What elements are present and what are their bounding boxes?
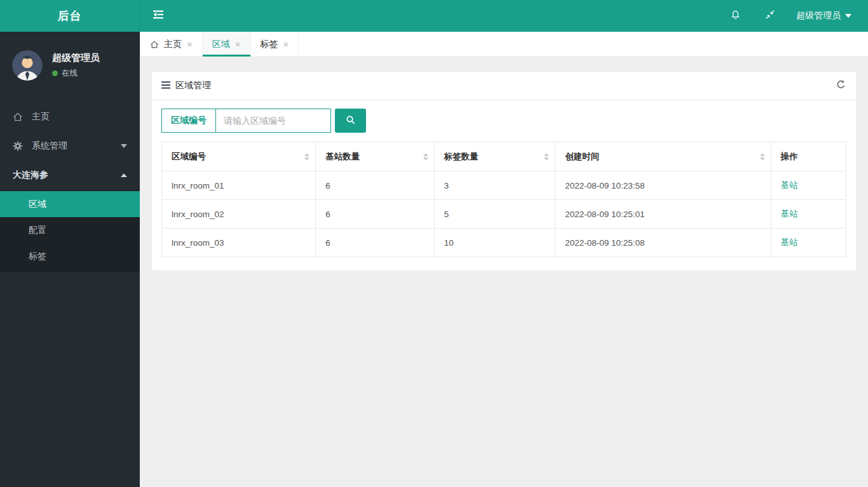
cell-area: lnrx_room_03	[162, 229, 316, 257]
sort-icon	[304, 153, 309, 161]
column-label: 创建时间	[565, 152, 599, 161]
cell-created: 2022-08-09 10:23:58	[555, 171, 771, 200]
profile-status: 在线	[52, 68, 100, 79]
sidebar-item-label: 主页	[32, 111, 50, 123]
cell-created: 2022-08-09 10:25:01	[555, 200, 771, 229]
caret-up-icon	[121, 173, 127, 177]
column-header-actions: 操作	[771, 142, 846, 171]
gear-icon	[13, 141, 24, 151]
column-header-created[interactable]: 创建时间	[555, 142, 771, 171]
cell-area: lnrx_room_01	[162, 171, 316, 200]
tab-home[interactable]: 主页 ×	[140, 32, 203, 57]
tab-bar: 主页 × 区域 × 标签 ×	[140, 32, 868, 57]
top-bar: 后台 超级管理员	[0, 0, 868, 32]
column-label: 操作	[781, 152, 798, 161]
app-logo: 后台	[0, 0, 140, 32]
cell-area: lnrx_room_02	[162, 200, 316, 229]
cell-tags: 10	[434, 229, 555, 257]
search-bar: 区域编号	[161, 109, 846, 133]
panel-title: 区域管理	[161, 80, 211, 91]
sidebar-item-system[interactable]: 系统管理	[0, 131, 140, 161]
sidebar-item-area[interactable]: 区域	[0, 191, 140, 217]
topbar-spacer	[177, 0, 718, 32]
sidebar-item-label: 系统管理	[32, 140, 67, 152]
sort-icon	[544, 153, 549, 161]
content-area: 区域管理 区域编号	[140, 57, 868, 487]
tab-label: 主页	[164, 39, 182, 50]
panel-header: 区域管理	[152, 72, 856, 100]
sort-icon	[760, 153, 765, 161]
user-dropdown[interactable]: 超级管理员	[787, 0, 868, 32]
close-icon[interactable]: ×	[283, 39, 289, 50]
close-icon[interactable]: ×	[235, 39, 241, 50]
sidebar-item-label: 大连海参	[13, 170, 48, 181]
cell-stations: 6	[316, 171, 434, 200]
sort-icon	[423, 153, 428, 161]
table-row: lnrx_room_02 6 5 2022-08-09 10:25:01 基站	[162, 200, 846, 229]
sidebar-item-home[interactable]: 主页	[0, 102, 140, 131]
sidebar-item-dalian[interactable]: 大连海参	[0, 161, 140, 190]
sidebar-menu: 主页 系统管理 大连海参	[0, 96, 140, 272]
column-header-stations[interactable]: 基站数量	[316, 142, 434, 171]
bell-icon	[730, 10, 741, 23]
search-icon	[346, 115, 356, 127]
cell-created: 2022-08-09 10:25:08	[555, 229, 771, 257]
table-row: lnrx_room_01 6 3 2022-08-09 10:23:58 基站	[162, 171, 846, 200]
panel-body: 区域编号	[152, 100, 856, 270]
column-label: 区域编号	[172, 152, 206, 161]
compress-icon	[765, 10, 775, 22]
cell-tags: 3	[434, 171, 555, 200]
close-icon[interactable]: ×	[187, 39, 193, 50]
user-dropdown-label: 超级管理员	[796, 10, 841, 22]
area-table: 区域编号 基站数量 标签数量	[161, 142, 846, 257]
area-panel: 区域管理 区域编号	[151, 71, 857, 271]
main-area: 主页 × 区域 × 标签 × 区域管理	[140, 32, 868, 487]
avatar[interactable]	[12, 50, 43, 81]
sidebar-item-config[interactable]: 配置	[0, 217, 140, 243]
tab-tags[interactable]: 标签 ×	[251, 32, 299, 57]
caret-down-icon	[121, 144, 127, 148]
profile-info: 超级管理员 在线	[52, 52, 100, 79]
tab-label: 区域	[212, 39, 230, 50]
search-button[interactable]	[335, 109, 366, 133]
sidebar: 超级管理员 在线 主页	[0, 32, 140, 487]
sidebar-item-label: 配置	[29, 225, 46, 236]
search-field-label: 区域编号	[161, 109, 216, 133]
sidebar-item-label: 区域	[29, 199, 46, 210]
home-icon	[150, 40, 159, 49]
online-dot-icon	[52, 70, 58, 76]
home-icon	[13, 112, 24, 122]
cell-stations: 6	[316, 229, 434, 257]
table-row: lnrx_room_03 6 10 2022-08-09 10:25:08 基站	[162, 229, 846, 257]
column-label: 基站数量	[325, 152, 360, 161]
cell-stations: 6	[316, 200, 434, 229]
tab-area[interactable]: 区域 ×	[203, 32, 251, 57]
column-label: 标签数量	[444, 152, 478, 161]
column-header-area[interactable]: 区域编号	[162, 142, 316, 171]
hamburger-icon	[161, 81, 170, 91]
base-station-link[interactable]: 基站	[781, 209, 798, 218]
notifications-button[interactable]	[718, 0, 753, 32]
panel-title-label: 区域管理	[175, 80, 211, 91]
caret-down-icon	[845, 14, 851, 18]
sidebar-item-label: 标签	[29, 251, 46, 262]
refresh-button[interactable]	[836, 79, 846, 93]
sidebar-submenu: 区域 配置 标签	[0, 190, 140, 272]
search-input[interactable]	[216, 109, 331, 133]
column-header-tags[interactable]: 标签数量	[434, 142, 555, 171]
cell-tags: 5	[434, 200, 555, 229]
outdent-icon	[152, 10, 165, 22]
table-header-row: 区域编号 基站数量 标签数量	[162, 142, 846, 171]
online-status-label: 在线	[62, 68, 78, 79]
base-station-link[interactable]: 基站	[781, 180, 798, 190]
sidebar-collapse-button[interactable]	[140, 0, 177, 32]
exit-fullscreen-button[interactable]	[753, 0, 787, 32]
base-station-link[interactable]: 基站	[781, 237, 798, 247]
user-profile: 超级管理员 在线	[0, 32, 140, 96]
sidebar-item-tags[interactable]: 标签	[0, 243, 140, 269]
refresh-icon	[836, 79, 846, 93]
tab-label: 标签	[261, 39, 278, 50]
profile-name: 超级管理员	[52, 52, 100, 64]
